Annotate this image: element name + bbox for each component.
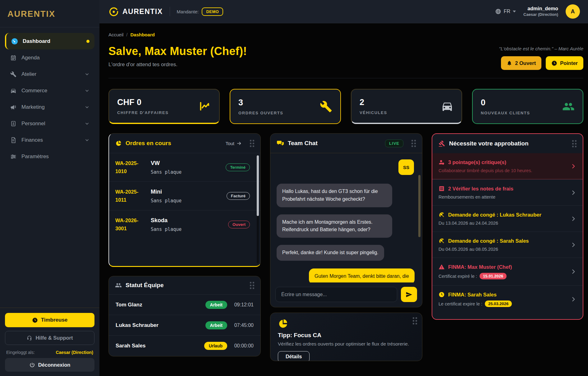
- divider: [170, 7, 170, 16]
- chat-panel-title: Team Chat: [288, 140, 318, 147]
- megaphone-icon: [10, 104, 17, 111]
- chevron-right-icon: [570, 296, 577, 302]
- sidebar-item-personnel[interactable]: Personnel: [5, 115, 94, 132]
- sidebar-item-label: Marketing: [21, 104, 45, 110]
- details-button[interactable]: Détails: [278, 351, 310, 361]
- drag-handle[interactable]: [413, 317, 417, 324]
- approval-item-leave-sarah[interactable]: Demande de congé : Sarah Sales Du 04.05.…: [432, 232, 583, 258]
- sliders-icon: [10, 153, 17, 160]
- id-badge-icon: [10, 120, 17, 127]
- sidebar-item-label: Agenda: [21, 55, 40, 61]
- approval-item-finma-sarah[interactable]: FINMA: Sarah Sales Le certificat expire …: [432, 285, 583, 313]
- send-message-button[interactable]: [401, 287, 417, 302]
- sidebar-item-parametres[interactable]: Paramètres: [5, 148, 94, 165]
- sidebar-item-finances[interactable]: Finances: [5, 132, 94, 148]
- logout-label: Déconnexion: [38, 362, 71, 368]
- sidebar-item-marketing[interactable]: Marketing: [5, 99, 94, 115]
- approval-subtitle-text: Le certificat expire le :: [439, 301, 482, 306]
- logout-button[interactable]: Déconnexion: [5, 358, 94, 372]
- approval-panel-title: Nécessite votre approbation: [449, 140, 529, 147]
- chat-message-outgoing: Guten Morgen Team, denkt bitte daran, di…: [309, 268, 415, 282]
- tip-panel: Tipp: Focus CA Vérifiez les ordres ouver…: [270, 313, 422, 361]
- sidebar-item-atelier[interactable]: Atelier: [5, 66, 94, 82]
- sidebar-item-label: Dashboard: [23, 38, 50, 44]
- sidebar-footer: Timbreuse Hilfe & Support Eingeloggt als…: [0, 308, 99, 376]
- order-id: WA-2025-1011: [115, 188, 145, 204]
- stat-value: CHF 0: [117, 98, 169, 107]
- pointer-label: Pointer: [560, 60, 578, 66]
- order-id: WA-2026-3001: [115, 217, 145, 232]
- dashboard-gauge-icon: [11, 38, 18, 45]
- language-label: FR: [504, 9, 510, 14]
- orders-panel-title: Ordres en cours: [126, 140, 171, 147]
- chevron-right-icon: [570, 216, 577, 222]
- chevron-down-icon: [85, 121, 90, 126]
- sidebar-nav: Dashboard Agenda Atelier Commerce: [0, 27, 99, 165]
- team-panel-title: Statut Équipe: [126, 282, 163, 289]
- help-support-button[interactable]: Hilfe & Support: [5, 331, 94, 345]
- sidebar-item-commerce[interactable]: Commerce: [5, 82, 94, 99]
- breadcrumb-home[interactable]: Accueil: [108, 32, 123, 37]
- approval-item-critical-punches[interactable]: 3 pointage(s) critique(s) Collaborateur …: [432, 153, 583, 179]
- page-title: Salve, Max Muster (Chef)!: [108, 45, 247, 58]
- scrollbar[interactable]: [257, 155, 259, 264]
- wrench-icon: [320, 100, 332, 113]
- user-menu[interactable]: admin_demo Caesar (Direction): [523, 6, 558, 17]
- approval-item-expense-notes[interactable]: 2 Vérifier les notes de frais Remboursem…: [432, 179, 583, 205]
- vehicle-plate: Sans plaque: [151, 169, 226, 175]
- bell-icon: [507, 60, 512, 66]
- approval-item-finma-max[interactable]: FINMA: Max Muster (Chef) Certificat expi…: [432, 258, 583, 285]
- scrollbar[interactable]: [418, 175, 420, 237]
- mandante-badge[interactable]: DEMO: [202, 7, 223, 16]
- team-member-row: Lukas Schrauber Arbeit 07:45:00: [109, 315, 260, 335]
- clock-icon: [32, 317, 38, 323]
- globe-icon: [495, 8, 501, 15]
- chat-message-list[interactable]: SS Hallo Lukas, hast du den GT3 schon fü…: [270, 153, 422, 282]
- tip-title: Tipp: Focus CA: [278, 332, 415, 339]
- logged-in-label: Eingeloggt als:: [6, 350, 35, 355]
- stat-card-open-orders: 3 ORDRES OUVERTS: [230, 89, 341, 124]
- stat-label: VÉHICULES: [360, 110, 387, 115]
- warning-triangle-icon: [439, 264, 445, 270]
- open-notifications-button[interactable]: 2 Ouvert: [501, 56, 541, 70]
- receipt-icon: [439, 186, 445, 192]
- see-all-label: Tout: [226, 141, 234, 146]
- approval-item-leave-lukas[interactable]: Demande de congé : Lukas Schrauber Du 13…: [432, 205, 583, 232]
- orders-see-all-link[interactable]: Tout: [226, 141, 242, 146]
- chat-message-input[interactable]: [275, 287, 397, 302]
- member-time: 09:12:01: [232, 302, 254, 308]
- sidebar-item-agenda[interactable]: Agenda: [5, 49, 94, 66]
- team-member-row: Tom Glanz Arbeit 09:12:01: [109, 294, 260, 315]
- avatar[interactable]: A: [566, 4, 580, 19]
- member-status-badge: Urlaub: [204, 342, 227, 350]
- drag-handle[interactable]: [250, 140, 254, 147]
- chevron-right-icon: [570, 242, 577, 248]
- user-role: Caesar (Direction): [523, 12, 558, 17]
- pie-chart-icon: [278, 319, 415, 329]
- approval-title: FINMA: Max Muster (Chef): [448, 264, 512, 270]
- sidebar-item-dashboard[interactable]: Dashboard: [5, 33, 94, 49]
- drag-handle[interactable]: [250, 282, 254, 289]
- approval-subtitle: Certificat expiré le : 15.01.2026: [439, 273, 512, 279]
- approval-title: 3 pointage(s) critique(s): [448, 159, 506, 165]
- order-row[interactable]: WA-2026-3001 Skoda Sans plaque Ouvert: [109, 210, 260, 239]
- username: admin_demo: [523, 6, 558, 12]
- approval-title: Demande de congé : Lukas Schrauber: [448, 212, 541, 218]
- order-row[interactable]: WA-2025-1011 Mini Sans plaque Facturé: [109, 181, 260, 210]
- stat-card-revenue: CHF 0 CHIFFRE D'AFFAIRES: [108, 89, 220, 124]
- drag-handle[interactable]: [411, 140, 416, 147]
- drag-handle[interactable]: [572, 140, 577, 147]
- main-content: Accueil / Dashboard Salve, Max Muster (C…: [99, 23, 588, 376]
- order-status-badge: Facturé: [227, 192, 250, 200]
- quote-text: "L'obstacle est le chemin." – Marc Aurèl…: [499, 46, 583, 51]
- team-status-panel: Statut Équipe Tom Glanz Arbeit 09:12:01 …: [108, 276, 261, 356]
- clock-icon: [439, 291, 445, 298]
- headset-icon: [26, 335, 32, 341]
- order-row[interactable]: WA-2025-1010 VW Sans plaque Terminé: [109, 153, 260, 181]
- sidebar-item-label: Paramètres: [21, 154, 49, 160]
- timbreuse-button[interactable]: Timbreuse: [5, 313, 94, 327]
- language-selector[interactable]: FR: [495, 8, 516, 15]
- pointer-button[interactable]: Pointer: [546, 56, 583, 70]
- chevron-down-icon: [513, 11, 516, 12]
- vehicle-name: Skoda: [151, 217, 228, 224]
